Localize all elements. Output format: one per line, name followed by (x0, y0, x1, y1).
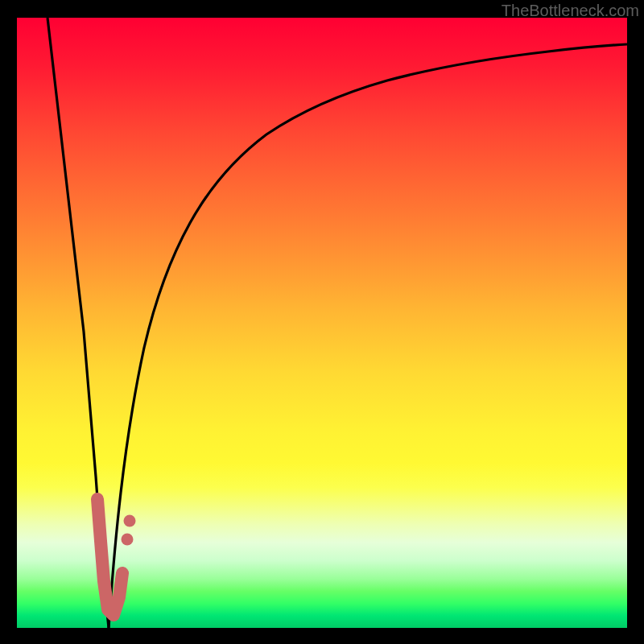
chart-container: TheBottleneck.com (0, 0, 644, 644)
marker-dot-2 (124, 515, 136, 527)
plot-area (17, 18, 627, 628)
curve-right-branch (109, 44, 627, 628)
chart-svg (17, 18, 627, 628)
marker-dot-1 (122, 534, 134, 546)
watermark-text: TheBottleneck.com (502, 2, 639, 20)
